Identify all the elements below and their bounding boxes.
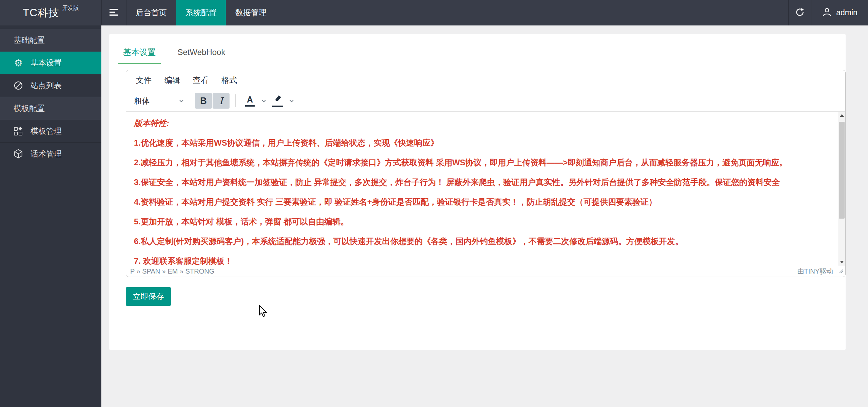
sidebar-item-basic-settings[interactable]: ⚙ 基本设置 — [0, 52, 101, 74]
menu-view[interactable]: 查看 — [186, 73, 215, 88]
sidebar-item-script-manage[interactable]: 话术管理 — [0, 143, 101, 165]
editor-statusbar: P » SPAN » EM » STRONG 由TINY驱动 — [126, 266, 845, 277]
editor-menubar: 文件 编辑 查看 格式 — [126, 70, 845, 90]
save-button[interactable]: 立即保存 — [126, 287, 171, 306]
header-tab-system-config[interactable]: 系统配置 — [176, 0, 226, 25]
highlight-color-chevron-icon[interactable] — [289, 98, 295, 104]
app-logo-text: TC科技 — [23, 6, 59, 20]
gear-icon: ⚙ — [13, 57, 24, 68]
hamburger-icon — [109, 8, 119, 18]
app-logo-badge: 开发版 — [62, 5, 79, 12]
toolbar-divider — [235, 94, 236, 107]
menu-edit[interactable]: 编辑 — [158, 73, 186, 88]
sidebar-item-label: 基本设置 — [31, 58, 62, 68]
user-icon — [822, 7, 832, 19]
content-tab-strip: 基本设置 SetWebHook — [118, 47, 846, 64]
chevron-down-icon — [178, 98, 184, 104]
sidebar-collapse-button[interactable] — [101, 0, 126, 25]
font-style-select[interactable]: 粗体 — [130, 93, 189, 108]
sidebar: 基础配置 ⚙ 基本设置 站点列表 模板配置 模板管理 — [0, 25, 101, 407]
highlighter-icon — [272, 94, 283, 105]
top-header: TC科技 开发版 后台首页 系统配置 数据管理 — [0, 0, 868, 25]
username: admin — [836, 8, 857, 17]
highlight-color-button[interactable] — [269, 93, 286, 109]
sidebar-group-template-config[interactable]: 模板配置 — [0, 97, 101, 120]
editor-line: 7. 欢迎联系客服定制模板！ — [134, 255, 825, 266]
content-card: 基本设置 SetWebHook 文件 编辑 查看 格式 粗体 B — [109, 34, 846, 350]
gauge-icon — [13, 80, 24, 91]
editor-line: 4.资料验证，本站对用户提交资料 实行 三要素验证，即 验证姓名+身份证是否匹配… — [134, 196, 825, 208]
editor-content[interactable]: 版本特性: 1.优化速度，本站采用WS协议通信，用户上传资料、后端给状态，实现《… — [126, 112, 845, 266]
app-logo[interactable]: TC科技 开发版 — [0, 0, 101, 25]
editor-toolbar: 粗体 B I A — [126, 90, 845, 112]
editor-line: 1.优化速度，本站采用WS协议通信，用户上传资料、后端给状态，实现《快速响应》 — [134, 137, 825, 149]
editor-line: 6.私人定制(针对购买源码客户)，本系统适配能力极强，可以快速开发出你想要的《各… — [134, 236, 825, 247]
scrollbar-thumb[interactable] — [839, 122, 845, 219]
tab-setwebhook[interactable]: SetWebHook — [172, 48, 230, 63]
font-style-value: 粗体 — [134, 96, 150, 106]
header-tab-dashboard[interactable]: 后台首页 — [126, 0, 176, 25]
powered-by-label[interactable]: 由TINY驱动 — [797, 267, 833, 276]
editor-scrollbar[interactable] — [838, 112, 845, 266]
rich-text-editor: 文件 编辑 查看 格式 粗体 B I — [126, 70, 846, 277]
italic-button[interactable]: I — [213, 93, 230, 109]
text-color-icon: A — [247, 95, 253, 104]
refresh-icon — [795, 7, 805, 19]
user-menu[interactable]: admin — [811, 0, 868, 25]
sidebar-item-label: 站点列表 — [31, 80, 62, 91]
refresh-button[interactable] — [788, 0, 811, 25]
cube-icon — [13, 148, 24, 159]
editor-line: 3.保证安全，本站对用户资料统一加签验证，防止 异常提交，多次提交，炸台子行为！… — [134, 177, 825, 188]
sidebar-group-basic-config[interactable]: 基础配置 — [0, 29, 101, 52]
sidebar-item-label: 模板管理 — [31, 126, 62, 136]
text-color-button[interactable]: A — [241, 93, 258, 109]
editor-line: 5.更加开放，本站针对 模板，话术，弹窗 都可以自由编辑。 — [134, 216, 825, 227]
menu-file[interactable]: 文件 — [130, 73, 158, 88]
editor-line: 版本特性: — [134, 117, 825, 129]
tab-basic-settings[interactable]: 基本设置 — [118, 47, 161, 64]
template-icon — [13, 126, 24, 136]
scrollbar-down-icon[interactable] — [838, 258, 845, 266]
main-area: 基本设置 SetWebHook 文件 编辑 查看 格式 粗体 B — [101, 25, 868, 407]
scrollbar-up-icon[interactable] — [838, 112, 845, 119]
header-tab-data-manage[interactable]: 数据管理 — [226, 0, 276, 25]
sidebar-item-site-list[interactable]: 站点列表 — [0, 74, 101, 97]
sidebar-item-label: 话术管理 — [31, 149, 62, 159]
editor-line: 2.减轻压力，相对于其他鱼塘系统，本站摒弃传统的《定时请求接口》方式获取资料 采… — [134, 157, 825, 168]
menu-format[interactable]: 格式 — [215, 73, 243, 88]
sidebar-item-template-manage[interactable]: 模板管理 — [0, 120, 101, 143]
text-color-chevron-icon[interactable] — [261, 98, 267, 104]
resize-handle-icon[interactable] — [839, 267, 844, 275]
bold-button[interactable]: B — [195, 93, 212, 109]
element-path[interactable]: P » SPAN » EM » STRONG — [130, 267, 214, 275]
